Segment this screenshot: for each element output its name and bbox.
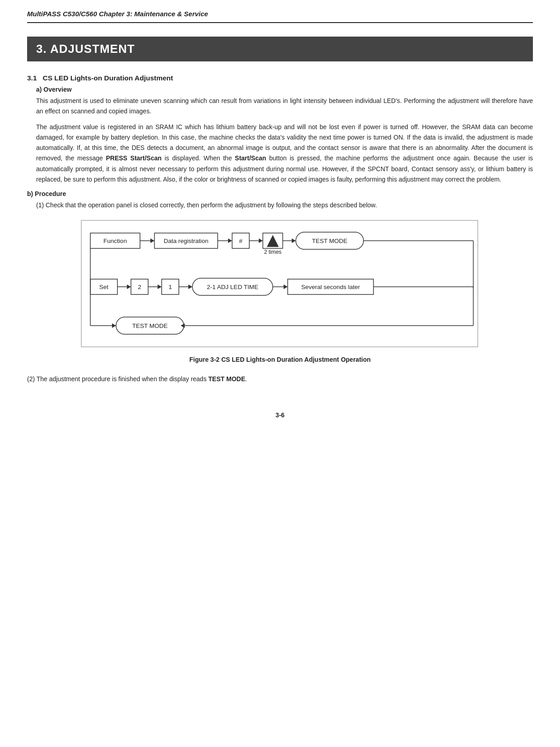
svg-text:Data registration: Data registration	[163, 238, 208, 244]
page-number: 3-6	[27, 411, 533, 419]
page-header: MultiPASS C530/C560 Chapter 3: Maintenan…	[27, 0, 533, 23]
overview-label: a) Overview	[36, 86, 533, 93]
subsection-title: 3.1 CS LED Lights-on Duration Adjustment	[27, 74, 533, 82]
svg-marker-4	[150, 238, 154, 243]
svg-text:2-1 ADJ LED TIME: 2-1 ADJ LED TIME	[207, 284, 258, 290]
svg-text:2 times: 2 times	[264, 249, 282, 255]
svg-marker-8	[228, 238, 232, 243]
svg-text:#: #	[239, 238, 243, 244]
procedure-step1: (1) Check that the operation panel is cl…	[36, 200, 533, 210]
overview-para-2: The adjustment value is registered in an…	[36, 122, 533, 185]
page: MultiPASS C530/C560 Chapter 3: Maintenan…	[0, 0, 560, 747]
svg-text:Function: Function	[103, 238, 127, 244]
svg-text:Set: Set	[99, 284, 109, 290]
svg-text:2: 2	[138, 284, 141, 290]
svg-marker-26	[127, 285, 131, 289]
procedure-step2: (2) The adjustment procedure is finished…	[27, 374, 533, 384]
svg-marker-46	[112, 323, 116, 328]
overview-para-1: This adjustment is used to eliminate une…	[36, 96, 533, 117]
svg-marker-34	[188, 285, 192, 289]
svg-marker-18	[292, 238, 296, 243]
svg-text:1: 1	[168, 284, 172, 290]
svg-text:TEST MODE: TEST MODE	[312, 238, 348, 244]
page-header-title: MultiPASS C530/C560 Chapter 3: Maintenan…	[27, 10, 208, 18]
figure-caption: Figure 3-2 CS LED Lights-on Duration Adj…	[27, 356, 533, 363]
svg-marker-12	[259, 238, 263, 243]
svg-marker-38	[284, 285, 288, 289]
svg-text:TEST MODE: TEST MODE	[132, 322, 168, 329]
diagram: Function Data registration # 2 times TES…	[77, 216, 483, 351]
section-title: 3. ADJUSTMENT	[27, 37, 533, 61]
svg-text:Several seconds later: Several seconds later	[301, 284, 360, 290]
svg-marker-30	[158, 285, 162, 289]
procedure-label: b) Procedure	[27, 190, 533, 197]
